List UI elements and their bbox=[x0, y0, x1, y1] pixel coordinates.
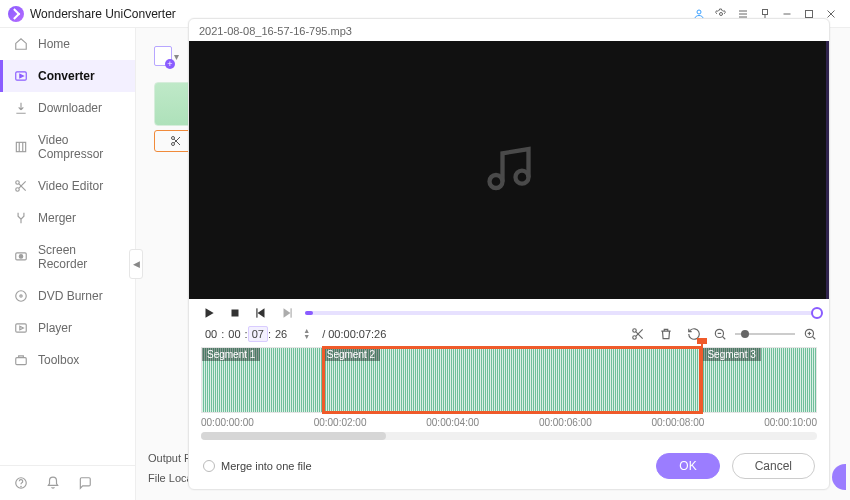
time-stepper[interactable]: ▲▼ bbox=[303, 328, 310, 340]
sidebar-item-label: Toolbox bbox=[38, 353, 79, 367]
home-icon bbox=[14, 37, 28, 51]
stop-button[interactable] bbox=[227, 305, 243, 321]
scissors-icon bbox=[14, 179, 28, 193]
svg-point-26 bbox=[21, 486, 22, 487]
current-time[interactable]: 00:00:07:26 bbox=[201, 328, 291, 340]
progress-bar[interactable] bbox=[305, 311, 817, 315]
segment-1[interactable]: Segment 1 bbox=[202, 348, 322, 412]
sidebar-item-label: Home bbox=[38, 37, 70, 51]
transport-bar bbox=[189, 299, 829, 325]
app-name: Wondershare UniConverter bbox=[30, 7, 176, 21]
sidebar-item-downloader[interactable]: Downloader bbox=[0, 92, 135, 124]
disc-icon bbox=[14, 289, 28, 303]
sidebar-item-editor[interactable]: Video Editor bbox=[0, 170, 135, 202]
svg-marker-23 bbox=[20, 326, 23, 330]
toolbox-icon bbox=[14, 353, 28, 367]
help-icon[interactable] bbox=[14, 476, 28, 490]
zoom-in-icon[interactable] bbox=[803, 327, 817, 341]
svg-rect-8 bbox=[806, 10, 813, 17]
sidebar-item-recorder[interactable]: Screen Recorder bbox=[0, 234, 135, 280]
play-button[interactable] bbox=[201, 305, 217, 321]
svg-point-39 bbox=[633, 329, 637, 333]
convert-pill[interactable] bbox=[832, 464, 846, 490]
zoom-out-icon[interactable] bbox=[713, 327, 727, 341]
trim-editor-modal: 2021-08-08_16-57-16-795.mp3 00:00:07:26 … bbox=[188, 18, 830, 490]
cut-tool-icon[interactable] bbox=[631, 327, 645, 341]
sidebar-bottom bbox=[0, 465, 135, 500]
zoom-control bbox=[713, 327, 817, 341]
time-ticks: 00:00:00:00 00:00:02:00 00:00:04:00 00:0… bbox=[189, 413, 829, 428]
bell-icon[interactable] bbox=[46, 476, 60, 490]
ok-button[interactable]: OK bbox=[656, 453, 719, 479]
svg-rect-34 bbox=[232, 310, 239, 317]
svg-point-0 bbox=[697, 10, 701, 14]
svg-point-28 bbox=[172, 143, 175, 146]
sidebar-item-label: Converter bbox=[38, 69, 95, 83]
waveform-timeline[interactable]: Segment 1 Segment 2 Segment 3 bbox=[201, 347, 817, 413]
sidebar-item-converter[interactable]: Converter bbox=[0, 60, 135, 92]
segment-3[interactable]: Segment 3 bbox=[702, 348, 816, 412]
music-note-icon bbox=[483, 143, 535, 198]
chevron-down-icon: ▾ bbox=[174, 51, 179, 62]
svg-marker-33 bbox=[206, 308, 214, 317]
merge-icon bbox=[14, 211, 28, 225]
next-frame-button[interactable] bbox=[279, 305, 295, 321]
app-logo bbox=[8, 6, 24, 22]
svg-point-20 bbox=[16, 291, 27, 302]
svg-marker-37 bbox=[284, 308, 291, 317]
sidebar-item-merger[interactable]: Merger bbox=[0, 202, 135, 234]
merge-checkbox[interactable]: Merge into one file bbox=[203, 460, 312, 472]
sidebar-item-home[interactable]: Home bbox=[0, 28, 135, 60]
feedback-icon[interactable] bbox=[78, 476, 92, 490]
sidebar-item-player[interactable]: Player bbox=[0, 312, 135, 344]
sidebar-item-label: Downloader bbox=[38, 101, 102, 115]
sidebar-item-compressor[interactable]: Video Compressor bbox=[0, 124, 135, 170]
svg-point-40 bbox=[633, 336, 637, 340]
svg-line-44 bbox=[722, 336, 725, 339]
delete-tool-icon[interactable] bbox=[659, 327, 673, 341]
svg-line-47 bbox=[812, 336, 815, 339]
svg-point-32 bbox=[516, 171, 529, 184]
svg-rect-22 bbox=[16, 324, 27, 332]
compress-icon bbox=[14, 140, 28, 154]
editor-footer: Merge into one file OK Cancel bbox=[189, 443, 829, 489]
svg-point-1 bbox=[720, 12, 723, 15]
svg-rect-36 bbox=[256, 308, 257, 317]
play-icon bbox=[14, 321, 28, 335]
sidebar-item-label: Video Editor bbox=[38, 179, 103, 193]
sidebar-item-label: Screen Recorder bbox=[38, 243, 121, 271]
sidebar-item-dvd[interactable]: DVD Burner bbox=[0, 280, 135, 312]
cancel-button[interactable]: Cancel bbox=[732, 453, 815, 479]
svg-point-14 bbox=[16, 181, 20, 185]
svg-marker-35 bbox=[258, 308, 265, 317]
zoom-slider[interactable] bbox=[735, 333, 795, 335]
svg-point-27 bbox=[172, 137, 175, 140]
selection-box[interactable] bbox=[322, 346, 703, 414]
download-icon bbox=[14, 101, 28, 115]
svg-point-15 bbox=[16, 188, 20, 192]
sidebar-item-toolbox[interactable]: Toolbox bbox=[0, 344, 135, 376]
collapse-sidebar-button[interactable]: ◀ bbox=[129, 249, 143, 279]
prev-frame-button[interactable] bbox=[253, 305, 269, 321]
playhead[interactable] bbox=[701, 342, 703, 414]
svg-rect-5 bbox=[763, 9, 768, 14]
sidebar-item-label: Player bbox=[38, 321, 72, 335]
add-file-button[interactable]: ▾ bbox=[154, 46, 179, 66]
svg-point-19 bbox=[19, 255, 23, 258]
svg-rect-13 bbox=[16, 142, 25, 151]
converter-icon bbox=[14, 69, 28, 83]
svg-marker-12 bbox=[20, 74, 23, 78]
progress-knob[interactable] bbox=[811, 307, 823, 319]
svg-point-31 bbox=[490, 175, 503, 188]
total-time: / 00:00:07:26 bbox=[322, 328, 386, 340]
svg-rect-38 bbox=[291, 308, 292, 317]
sidebar-item-label: Video Compressor bbox=[38, 133, 121, 161]
sidebar-item-label: DVD Burner bbox=[38, 289, 103, 303]
record-icon bbox=[14, 250, 28, 264]
svg-point-21 bbox=[20, 295, 22, 297]
editor-filename: 2021-08-08_16-57-16-795.mp3 bbox=[189, 19, 829, 41]
sidebar-items: Home Converter Downloader Video Compress… bbox=[0, 28, 135, 465]
timeline-scrollbar[interactable] bbox=[201, 432, 817, 440]
time-row: 00:00:07:26 ▲▼ / 00:00:07:26 bbox=[189, 325, 829, 347]
file-plus-icon bbox=[154, 46, 172, 66]
